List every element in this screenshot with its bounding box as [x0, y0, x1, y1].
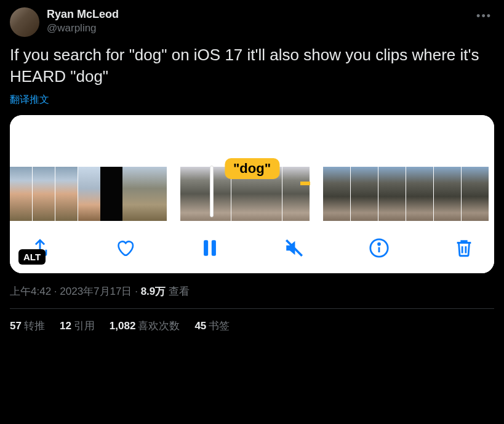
clip-frame — [100, 167, 122, 221]
author-block[interactable]: Ryan McLeod @warpling — [47, 7, 119, 35]
retweets-stat[interactable]: 57转推 — [10, 319, 45, 333]
clip-frame — [434, 167, 461, 221]
tweet-text: If you search for "dog" on iOS 17 it'll … — [10, 44, 494, 87]
more-icon[interactable]: ••• — [474, 7, 494, 25]
tweet-stats: 57转推 12引用 1,082喜欢次数 45书签 — [10, 309, 494, 343]
search-term-tick — [300, 182, 310, 185]
clip-frame — [55, 167, 78, 221]
tweet-header: Ryan McLeod @warpling ••• — [10, 7, 494, 37]
translate-link[interactable]: 翻译推文 — [10, 94, 49, 106]
clip-frame — [282, 167, 310, 221]
clip-frame — [351, 167, 378, 221]
clip-frame — [78, 167, 100, 221]
trash-icon[interactable] — [452, 236, 476, 260]
quotes-stat[interactable]: 12引用 — [60, 319, 95, 333]
clip-frame — [462, 167, 489, 221]
clip-frame — [33, 167, 55, 221]
clip-frame — [323, 167, 350, 221]
svg-point-5 — [378, 243, 380, 245]
tweet-date[interactable]: 2023年7月17日 — [60, 286, 132, 297]
playhead[interactable] — [210, 166, 214, 217]
clip-group-2[interactable] — [100, 167, 122, 221]
clip-frame — [122, 167, 167, 221]
clip-group-1[interactable] — [10, 167, 100, 221]
views-count: 8.9万 — [141, 286, 166, 297]
handle: @warpling — [47, 22, 119, 35]
search-term-badge: "dog" — [225, 158, 279, 179]
svg-rect-1 — [211, 240, 215, 256]
heart-icon[interactable] — [113, 236, 137, 260]
likes-stat[interactable]: 1,082喜欢次数 — [110, 319, 180, 333]
clip-frame — [406, 167, 433, 221]
mute-icon[interactable] — [282, 236, 306, 260]
info-icon[interactable] — [367, 236, 391, 260]
views-label: 查看 — [166, 286, 190, 297]
avatar[interactable] — [10, 7, 39, 37]
tweet-time[interactable]: 上午4:42 — [10, 286, 51, 297]
clip-group-3[interactable] — [122, 167, 167, 221]
clip-frame — [10, 167, 32, 221]
pause-icon[interactable] — [198, 236, 222, 260]
clip-frame — [378, 167, 406, 221]
media-card[interactable]: "dog" — [10, 115, 494, 273]
svg-rect-0 — [204, 240, 208, 256]
tweet-meta: 上午4:42 · 2023年7月17日 · 8.9万 查看 — [10, 284, 494, 309]
clip-group-right[interactable] — [323, 167, 489, 221]
media-toolbar — [10, 223, 494, 273]
clip-frame — [180, 167, 231, 221]
display-name: Ryan McLeod — [47, 7, 119, 22]
tweet-container: Ryan McLeod @warpling ••• If you search … — [0, 0, 504, 350]
media-top-whitespace — [10, 115, 494, 164]
bookmarks-stat[interactable]: 45书签 — [194, 319, 230, 333]
alt-badge[interactable]: ALT — [18, 249, 46, 265]
